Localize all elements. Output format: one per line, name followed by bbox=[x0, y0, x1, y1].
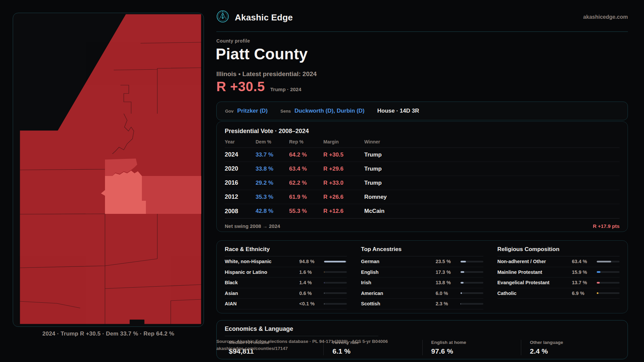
year-cell: 2016 bbox=[225, 179, 256, 186]
eyebrow-label: County profile bbox=[216, 38, 250, 44]
site-domain-link[interactable]: akashicedge.com bbox=[527, 14, 628, 20]
winner-cell: Romney bbox=[364, 194, 620, 200]
winner-cell: Trump bbox=[364, 152, 620, 158]
year-cell: 2020 bbox=[225, 165, 256, 172]
col-rep: Rep % bbox=[289, 139, 323, 144]
race-title: Race & Ethnicity bbox=[225, 246, 347, 256]
rep-cell: 61.9 % bbox=[289, 194, 323, 200]
governor-link[interactable]: Pritzker (D) bbox=[237, 108, 268, 114]
margin-cell: R +12.6 bbox=[323, 208, 364, 215]
stat-value: 97.6 % bbox=[431, 347, 521, 355]
sources-url[interactable]: akashicedge.com/counties/17147 bbox=[216, 345, 388, 352]
net-swing-label: Net swing 2008 → 2024 bbox=[225, 223, 280, 229]
stat-value: 2.4 % bbox=[530, 347, 620, 355]
demo-label: White, non-Hispanic bbox=[225, 259, 299, 264]
margin-cell: R +29.6 bbox=[323, 166, 364, 172]
table-header: Year Dem % Rep % Margin Winner bbox=[225, 139, 620, 148]
demo-label: Non-adherent / Other bbox=[497, 259, 572, 264]
demo-label: Mainline Protestant bbox=[497, 269, 572, 275]
net-swing-row: Net swing 2008 → 2024 R +17.9 pts bbox=[225, 218, 620, 233]
demo-label: English bbox=[361, 269, 435, 275]
demo-label: AIAN bbox=[225, 301, 299, 306]
demo-label: Asian bbox=[225, 291, 299, 296]
table-row[interactable]: 2012 35.3 % 61.9 % R +26.6 Romney bbox=[225, 190, 620, 204]
demo-value: <0.1 % bbox=[299, 301, 324, 306]
demo-value: 0.6 % bbox=[299, 291, 324, 296]
demo-bar bbox=[324, 271, 347, 273]
dem-cell: 42.8 % bbox=[256, 208, 289, 215]
winner-cell: McCain bbox=[364, 208, 620, 215]
sens-label: Sens bbox=[280, 109, 291, 114]
demo-value: 13.7 % bbox=[572, 280, 597, 285]
list-item: Irish 13.8 % bbox=[361, 278, 483, 288]
headline-margin: R +30.5 Trump · 2024 bbox=[216, 79, 301, 94]
demo-bar bbox=[461, 271, 483, 273]
demo-label: Evangelical Protestant bbox=[497, 280, 572, 285]
demo-value: 13.8 % bbox=[436, 280, 461, 285]
col-winner: Winner bbox=[364, 139, 620, 144]
demo-value: 94.8 % bbox=[299, 259, 324, 264]
col-dem: Dem % bbox=[256, 139, 289, 144]
demo-bar bbox=[324, 282, 347, 284]
brand-title: Akashic Edge bbox=[235, 12, 293, 23]
house-delegation: House · 14D 3R bbox=[377, 108, 419, 114]
demo-bar bbox=[461, 292, 483, 294]
race-column: Race & Ethnicity White, non-Hispanic 94.… bbox=[225, 246, 347, 313]
presidential-panel-title: Presidential Vote · 2008–2024 bbox=[225, 128, 620, 135]
col-year: Year bbox=[225, 139, 256, 144]
precinct-medium-right bbox=[142, 176, 201, 214]
dem-cell: 33.8 % bbox=[256, 166, 289, 172]
demo-bar bbox=[324, 292, 347, 294]
col-margin: Margin bbox=[323, 139, 364, 144]
table-row[interactable]: 2024 33.7 % 64.2 % R +30.5 Trump bbox=[225, 148, 620, 162]
margin-cell: R +33.0 bbox=[323, 180, 364, 186]
table-row[interactable]: 2016 29.2 % 62.2 % R +33.0 Trump bbox=[225, 176, 620, 190]
ancestries-column: Top Ancestries German 23.5 % English 17.… bbox=[361, 246, 483, 313]
economics-title: Economics & Language bbox=[225, 325, 620, 333]
presidential-vote-panel: Presidential Vote · 2008–2024 Year Dem %… bbox=[216, 121, 628, 232]
list-item: Hispanic or Latino 1.6 % bbox=[225, 267, 347, 278]
religion-column: Religious Composition Non-adherent / Oth… bbox=[497, 246, 620, 313]
margin-cell: R +26.6 bbox=[323, 194, 364, 200]
list-item: American 6.0 % bbox=[361, 288, 483, 299]
county-map-card[interactable] bbox=[13, 13, 204, 327]
demo-bar bbox=[597, 261, 620, 262]
margin-value: R +30.5 bbox=[216, 79, 265, 94]
ancestries-title: Top Ancestries bbox=[361, 246, 483, 256]
senators-link[interactable]: Duckworth (D), Durbin (D) bbox=[294, 108, 365, 114]
demo-value: 2.3 % bbox=[436, 301, 461, 306]
stat-label: English at home bbox=[431, 340, 521, 345]
rep-cell: 64.2 % bbox=[289, 152, 323, 158]
header-divider bbox=[216, 32, 628, 32]
demo-bar bbox=[597, 271, 620, 273]
list-item: German 23.5 % bbox=[361, 256, 483, 267]
winner-cell: Trump bbox=[364, 166, 620, 172]
demo-value: 23.5 % bbox=[436, 259, 461, 264]
demo-bar bbox=[461, 261, 483, 262]
sources-footer: Sources: Akashic Edge elections database… bbox=[216, 338, 388, 352]
page-subtitle: Illinois • Latest presidential: 2024 bbox=[216, 70, 317, 78]
demo-bar bbox=[324, 303, 347, 305]
demo-value: 6.0 % bbox=[436, 291, 461, 296]
list-item: Evangelical Protestant 13.7 % bbox=[497, 278, 620, 288]
precinct-light bbox=[101, 171, 146, 214]
demo-label: Black bbox=[225, 280, 299, 285]
table-row[interactable]: 2008 42.8 % 55.3 % R +12.6 McCain bbox=[225, 204, 620, 218]
economics-divider bbox=[225, 336, 378, 336]
demo-value: 6.9 % bbox=[572, 291, 597, 296]
demo-bar bbox=[461, 303, 483, 305]
demo-label: Irish bbox=[361, 280, 435, 285]
demo-value: 63.4 % bbox=[572, 259, 597, 264]
county-map[interactable] bbox=[13, 13, 204, 327]
demo-bar bbox=[461, 282, 483, 284]
demo-value: 1.6 % bbox=[299, 269, 324, 275]
year-cell: 2008 bbox=[225, 208, 256, 215]
akashic-emblem-icon bbox=[216, 10, 229, 23]
demo-value: 15.9 % bbox=[572, 269, 597, 275]
stat-label: Other language bbox=[530, 340, 620, 345]
list-item: Asian 0.6 % bbox=[225, 288, 347, 299]
table-row[interactable]: 2020 33.8 % 63.4 % R +29.6 Trump bbox=[225, 162, 620, 176]
list-item: AIAN <0.1 % bbox=[225, 299, 347, 309]
stat-cell: English at home 97.6 % bbox=[422, 340, 521, 355]
rep-cell: 62.2 % bbox=[289, 180, 323, 186]
